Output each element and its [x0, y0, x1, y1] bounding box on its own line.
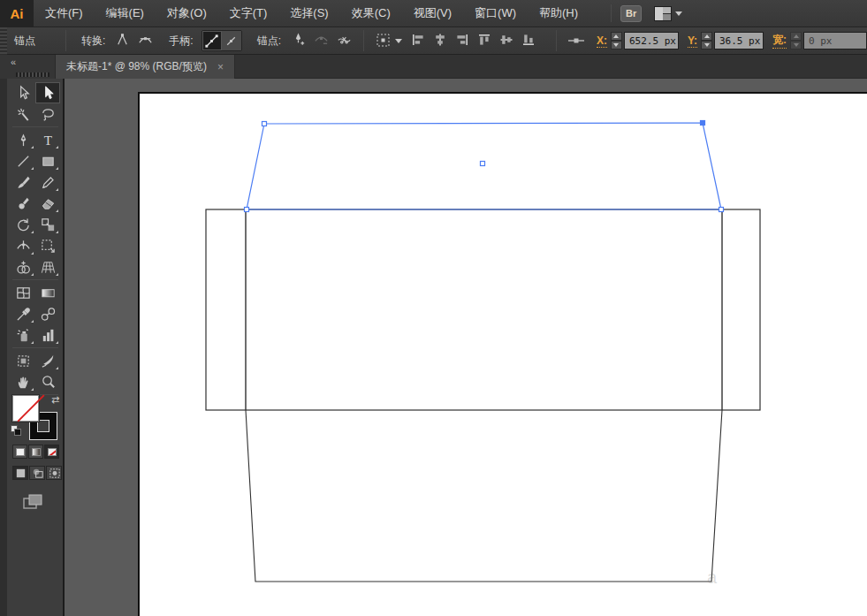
workspace-switcher-button[interactable]	[654, 6, 682, 21]
y-stepper[interactable]	[701, 32, 712, 49]
rotate-tool-icon	[15, 217, 32, 233]
pen-tool[interactable]	[11, 129, 35, 150]
divider	[611, 4, 612, 22]
screen-mode-button[interactable]	[21, 492, 44, 515]
shape-builder-tool[interactable]	[11, 256, 35, 278]
menu-item-1[interactable]: 文件(F)	[34, 0, 95, 27]
artboard-tool[interactable]	[11, 350, 35, 371]
menu-item-7[interactable]: 视图(V)	[402, 0, 463, 27]
align-center-v-icon[interactable]	[498, 31, 515, 48]
align-bottom-icon[interactable]	[521, 31, 537, 48]
y-label[interactable]: Y:	[688, 34, 697, 48]
gradient-button[interactable]	[28, 445, 43, 459]
width-tool[interactable]	[11, 235, 35, 256]
tool-separator	[12, 347, 58, 348]
x-input[interactable]: 652.5 px	[624, 32, 679, 49]
menu-bar: Ai 文件(F)编辑(E)对象(O)文字(T)选择(S)效果(C)视图(V)窗口…	[0, 0, 867, 27]
direct-selection-tool-icon	[40, 85, 57, 102]
column-graph-tool[interactable]	[35, 324, 60, 346]
scale-tool[interactable]	[35, 214, 60, 235]
rectangle-tool[interactable]	[35, 150, 60, 171]
anchor-point-1[interactable]	[262, 122, 267, 126]
document-canvas[interactable]: a	[65, 79, 867, 616]
drawing-mode-buttons	[12, 466, 63, 480]
selection-center-mark	[481, 162, 485, 166]
panel-grip-handle[interactable]	[0, 27, 7, 55]
menu-item-5[interactable]: 选择(S)	[278, 0, 339, 27]
toolbar-grip-handle[interactable]	[16, 72, 49, 77]
bridge-button[interactable]: Br	[620, 5, 642, 22]
align-top-icon[interactable]	[476, 31, 493, 48]
blob-brush-tool[interactable]	[11, 193, 35, 214]
align-center-h-icon[interactable]	[432, 31, 449, 48]
transform-panel-button[interactable]	[374, 31, 393, 50]
draw-behind-button[interactable]	[29, 466, 45, 480]
illustrator-window: Ai 文件(F)编辑(E)对象(O)文字(T)选择(S)效果(C)视图(V)窗口…	[0, 0, 867, 616]
anchor-point-selected[interactable]	[701, 121, 705, 125]
anchor-point-3[interactable]	[719, 208, 724, 212]
fill-stroke-area: ⇄	[7, 390, 65, 616]
selection-tool-icon	[15, 85, 32, 102]
x-stepper[interactable]	[611, 32, 622, 49]
menu-item-2[interactable]: 编辑(E)	[95, 0, 156, 27]
lasso-tool[interactable]	[35, 103, 60, 125]
width-stepper[interactable]	[790, 32, 802, 49]
type-tool[interactable]: T	[35, 129, 60, 150]
y-input[interactable]: 36.5 px	[714, 32, 764, 49]
menu-item-6[interactable]: 效果(C)	[340, 0, 402, 27]
close-tab-icon[interactable]: ×	[217, 61, 224, 73]
collapse-panel-button[interactable]: «	[11, 57, 17, 67]
symbol-sprayer-tool[interactable]	[11, 324, 35, 346]
menu-item-3[interactable]: 对象(O)	[156, 0, 218, 27]
selection-tool[interactable]	[11, 82, 35, 103]
document-tab[interactable]: 未标题-1* @ 98% (RGB/预览) ×	[55, 55, 235, 79]
mesh-tool[interactable]	[11, 282, 35, 303]
draw-behind-icon	[31, 467, 44, 480]
direct-selection-tool[interactable]	[35, 82, 60, 103]
align-left-icon[interactable]	[410, 31, 427, 48]
x-label[interactable]: X:	[597, 34, 607, 48]
cut-path-icon[interactable]	[334, 30, 354, 49]
app-logo: Ai	[0, 0, 34, 27]
paintbrush-tool[interactable]	[11, 171, 35, 193]
slice-tool[interactable]	[35, 350, 60, 371]
hide-handles-icon[interactable]	[222, 31, 241, 50]
width-label[interactable]: 宽:	[772, 33, 787, 49]
perspective-grid-tool[interactable]	[35, 256, 60, 278]
line-segment-tool[interactable]	[11, 150, 35, 171]
gradient-tool[interactable]	[35, 282, 60, 303]
reference-point-icon	[567, 31, 586, 50]
convert-label: 转换:	[81, 34, 105, 49]
swap-fill-stroke-icon[interactable]: ⇄	[51, 394, 59, 406]
convert-smooth-icon[interactable]	[135, 30, 155, 49]
draw-inside-button[interactable]	[46, 466, 62, 480]
draw-normal-icon	[14, 467, 27, 480]
width-input[interactable]: 0 px	[803, 32, 867, 49]
none-button[interactable]	[44, 445, 59, 459]
pen-tool-icon	[15, 132, 32, 148]
slice-tool-icon	[40, 353, 57, 369]
pencil-tool[interactable]	[35, 171, 60, 193]
fill-none-swatch[interactable]	[12, 395, 39, 422]
add-anchor-icon[interactable]	[288, 30, 308, 49]
blend-tool[interactable]	[35, 303, 60, 324]
magic-wand-tool[interactable]	[11, 103, 35, 125]
default-fill-stroke-icon[interactable]	[11, 425, 21, 436]
menu-item-4[interactable]: 文字(T)	[218, 0, 279, 27]
convert-corner-icon[interactable]	[112, 30, 132, 49]
show-handles-icon[interactable]	[202, 31, 222, 50]
symbol-sprayer-tool-icon	[15, 327, 32, 344]
eyedropper-tool[interactable]	[11, 303, 35, 324]
free-transform-tool[interactable]	[35, 235, 60, 256]
menu-item-8[interactable]: 窗口(W)	[463, 0, 528, 27]
menu-item-9[interactable]: 帮助(H)	[528, 0, 589, 27]
draw-normal-button[interactable]	[12, 466, 28, 480]
color-button[interactable]	[12, 445, 27, 459]
width-field-group: 宽: 0 px	[764, 32, 867, 49]
rotate-tool[interactable]	[11, 214, 35, 235]
eraser-tool[interactable]	[35, 193, 60, 214]
anchor-point-4[interactable]	[245, 208, 249, 212]
align-right-icon[interactable]	[454, 31, 471, 48]
chevron-down-icon	[395, 39, 402, 43]
canvas-area[interactable]: a	[65, 79, 867, 616]
